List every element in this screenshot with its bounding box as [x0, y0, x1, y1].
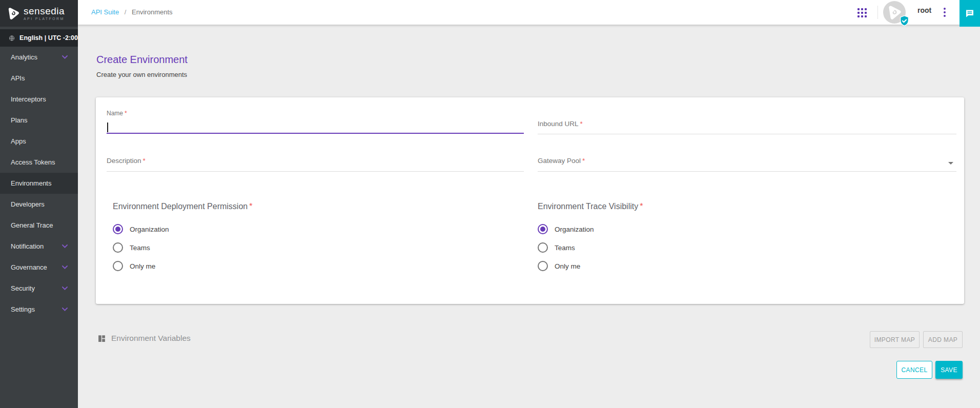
- gateway-pool-select-label: Gateway Pool: [538, 157, 581, 165]
- globe-icon: [9, 34, 15, 42]
- radio-deployment-organization[interactable]: Organization: [113, 222, 252, 236]
- required-marker: *: [249, 202, 252, 211]
- sidebar-item-governance[interactable]: Governance: [0, 257, 78, 278]
- sidebar-nav: Analytics APIs Interceptors Plans Apps A…: [0, 47, 78, 320]
- environment-variables-title: Environment Variables: [111, 334, 191, 343]
- radio-deployment-only-me[interactable]: Only me: [113, 259, 252, 273]
- radio-button[interactable]: [538, 261, 548, 271]
- radio-button[interactable]: [113, 261, 123, 271]
- trace-visibility-group: Environment Trace Visibility* Organizati…: [538, 201, 643, 273]
- page-subtitle: Create your own environments: [96, 71, 187, 78]
- add-map-button[interactable]: ADD MAP: [923, 331, 963, 348]
- user-menu-button[interactable]: [943, 7, 946, 17]
- brand-name: sensedia: [24, 6, 65, 16]
- name-field[interactable]: Name*: [107, 108, 524, 134]
- radio-button-selected[interactable]: [538, 224, 548, 234]
- inbound-url-field-underline: [538, 134, 956, 134]
- radio-trace-teams[interactable]: Teams: [538, 240, 643, 255]
- required-marker: *: [125, 110, 127, 117]
- sidebar-item-general-trace[interactable]: General Trace: [0, 215, 78, 236]
- chevron-down-icon: [62, 244, 68, 248]
- sidebar-item-analytics[interactable]: Analytics: [0, 47, 78, 68]
- breadcrumb-environments: Environments: [132, 8, 172, 16]
- chevron-down-icon: [62, 287, 68, 290]
- deployment-permission-heading: Environment Deployment Permission: [113, 202, 248, 211]
- brand-tagline: API PLATFORM: [24, 17, 65, 21]
- radio-button[interactable]: [113, 242, 123, 253]
- sidebar-item-apps[interactable]: Apps: [0, 131, 78, 152]
- sidebar-item-developers[interactable]: Developers: [0, 194, 78, 215]
- radio-button[interactable]: [538, 242, 548, 253]
- chevron-down-icon: [62, 266, 68, 269]
- brand-logo[interactable]: sensedia API PLATFORM: [0, 0, 78, 27]
- grid-3x3-icon: [858, 8, 867, 17]
- caret-down-icon: [948, 162, 953, 165]
- required-marker: *: [582, 157, 585, 165]
- description-field-label: Description: [107, 157, 141, 165]
- chevron-down-icon: [62, 55, 68, 59]
- description-field[interactable]: Description*: [107, 145, 524, 172]
- sidebar-item-security[interactable]: Security: [0, 278, 78, 299]
- radio-trace-organization[interactable]: Organization: [538, 222, 643, 236]
- trace-visibility-heading: Environment Trace Visibility: [538, 202, 638, 211]
- apps-grid-button[interactable]: [858, 8, 867, 17]
- vertical-ellipsis-icon: [943, 7, 946, 17]
- deployment-permission-group: Environment Deployment Permission* Organ…: [113, 201, 252, 273]
- inbound-url-field-label: Inbound URL: [538, 120, 579, 128]
- radio-button-selected[interactable]: [113, 224, 123, 234]
- environment-variables-header: Environment Variables: [97, 334, 191, 343]
- page-title: Create Environment: [96, 54, 188, 66]
- main-content: Create Environment Create your own envir…: [78, 25, 980, 408]
- description-field-underline: [107, 171, 524, 172]
- sidebar-item-apis[interactable]: APIs: [0, 68, 78, 89]
- sidebar: sensedia API PLATFORM English | UTC -2:0…: [0, 0, 78, 408]
- gateway-pool-select[interactable]: Gateway Pool*: [538, 145, 956, 172]
- chevron-down-icon: [62, 308, 68, 311]
- radio-trace-only-me[interactable]: Only me: [538, 259, 643, 273]
- required-marker: *: [143, 157, 146, 165]
- breadcrumb-separator: /: [125, 8, 127, 16]
- required-marker: *: [580, 120, 583, 128]
- header-divider: [877, 6, 878, 19]
- required-marker: *: [640, 202, 643, 211]
- language-timezone-label: English | UTC -2:00: [19, 34, 78, 42]
- sidebar-item-settings[interactable]: Settings: [0, 299, 78, 320]
- language-timezone-bar[interactable]: English | UTC -2:00: [0, 29, 78, 47]
- shield-check-icon: [899, 15, 910, 27]
- sidebar-item-access-tokens[interactable]: Access Tokens: [0, 152, 78, 173]
- name-field-underline: [107, 133, 524, 134]
- sidebar-item-plans[interactable]: Plans: [0, 110, 78, 131]
- sidebar-item-notification[interactable]: Notification: [0, 236, 78, 257]
- sidebar-item-environments[interactable]: Environments: [0, 173, 78, 194]
- breadcrumb-api-suite[interactable]: API Suite: [91, 8, 119, 16]
- text-cursor: [107, 123, 108, 132]
- radio-deployment-teams[interactable]: Teams: [113, 240, 252, 255]
- top-header: API Suite / Environments root: [78, 0, 980, 25]
- dashboard-grid-icon: [97, 334, 106, 343]
- import-map-button[interactable]: IMPORT MAP: [870, 331, 920, 348]
- save-button[interactable]: SAVE: [935, 361, 963, 379]
- gateway-pool-underline: [538, 171, 956, 172]
- chat-button[interactable]: [959, 0, 980, 27]
- sensedia-swirl-icon: [7, 7, 20, 20]
- breadcrumb: API Suite / Environments: [91, 0, 173, 25]
- name-field-label: Name: [107, 110, 123, 117]
- speech-bubble-icon: [964, 8, 975, 19]
- create-environment-card: Name* Inbound URL* Description* Gateway …: [96, 97, 964, 304]
- inbound-url-field[interactable]: Inbound URL*: [538, 108, 956, 134]
- username-label[interactable]: root: [917, 6, 931, 14]
- verified-badge: [899, 15, 910, 27]
- cancel-button[interactable]: CANCEL: [896, 361, 932, 379]
- sidebar-item-interceptors[interactable]: Interceptors: [0, 89, 78, 110]
